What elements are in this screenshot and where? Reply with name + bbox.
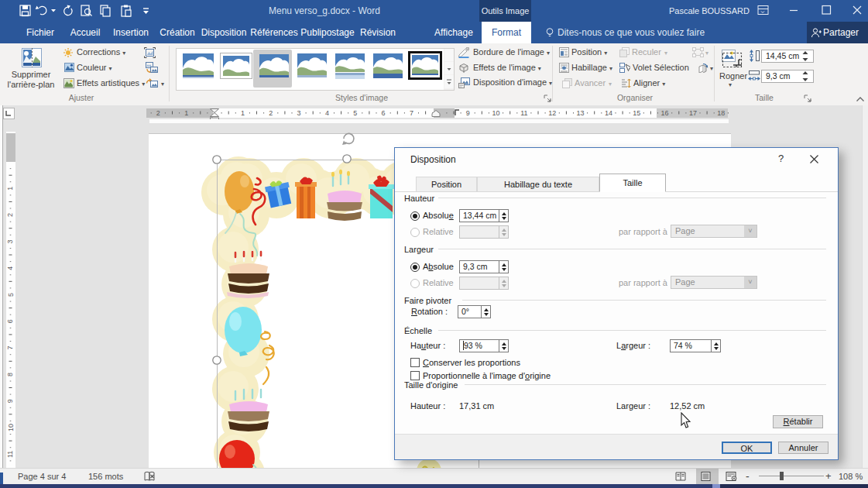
- svg-text:9: 9: [466, 109, 470, 117]
- svg-text:7: 7: [7, 346, 15, 350]
- svg-text:2: 2: [156, 109, 160, 117]
- svg-text:2: 2: [7, 213, 15, 217]
- svg-text:10: 10: [492, 109, 499, 117]
- svg-text:14: 14: [605, 109, 612, 117]
- svg-text:17: 17: [689, 109, 697, 117]
- svg-text:7: 7: [410, 109, 413, 117]
- svg-text:5: 5: [7, 293, 15, 297]
- svg-text:15: 15: [633, 109, 640, 117]
- svg-text:11: 11: [7, 451, 15, 458]
- svg-text:11: 11: [520, 109, 527, 117]
- svg-text:18: 18: [717, 109, 725, 117]
- svg-text:2: 2: [269, 109, 273, 117]
- svg-text:10: 10: [7, 424, 15, 431]
- svg-text:9: 9: [7, 399, 15, 403]
- svg-text:4: 4: [7, 266, 15, 270]
- svg-text:12: 12: [548, 109, 556, 117]
- svg-text:4: 4: [325, 109, 329, 117]
- svg-text:16: 16: [661, 109, 669, 117]
- svg-text:1: 1: [184, 109, 188, 117]
- svg-text:1: 1: [241, 109, 245, 117]
- svg-text:3: 3: [7, 239, 15, 243]
- svg-text:1: 1: [7, 187, 15, 191]
- svg-text:6: 6: [7, 319, 15, 323]
- svg-text:8: 8: [7, 373, 15, 376]
- svg-text:3: 3: [297, 109, 301, 117]
- svg-text:13: 13: [576, 109, 584, 117]
- svg-text:6: 6: [382, 109, 386, 117]
- svg-text:5: 5: [353, 109, 357, 117]
